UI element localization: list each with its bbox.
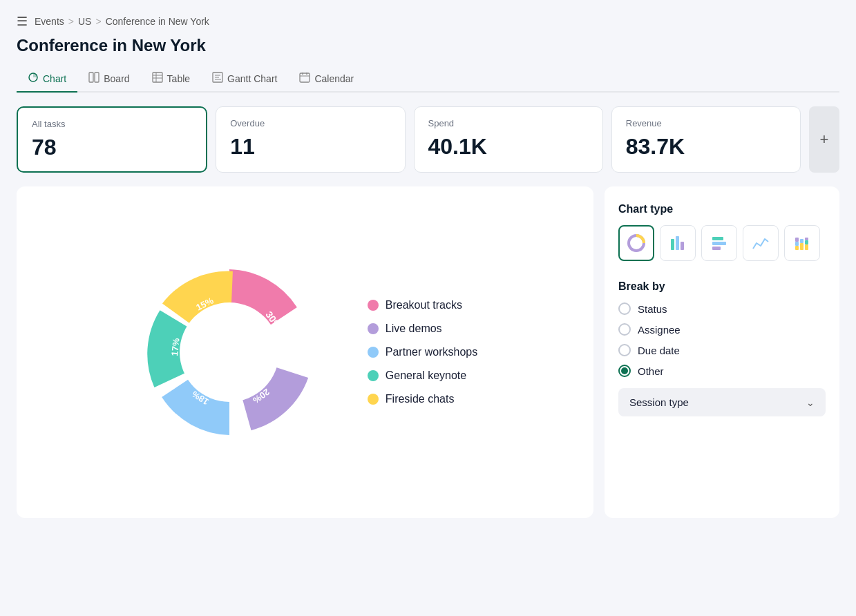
chart-type-bar[interactable]	[660, 225, 696, 261]
radio-assignee[interactable]: Assignee	[618, 323, 826, 336]
breadcrumb: ☰ Events > US > Conference in New York	[17, 14, 839, 29]
radio-circle-status	[618, 302, 631, 315]
right-panel: Chart type	[605, 186, 839, 518]
svg-rect-1	[89, 73, 93, 82]
breadcrumb-sep-1: >	[68, 16, 74, 27]
stat-revenue[interactable]: Revenue 83.7K	[611, 106, 801, 173]
chart-type-stacked[interactable]	[784, 225, 820, 261]
tab-calendar-label: Calendar	[314, 73, 354, 84]
svg-rect-3	[153, 73, 162, 82]
legend-label-partner: Partner workshops	[386, 346, 477, 358]
chart-type-title: Chart type	[618, 203, 826, 215]
stat-revenue-value: 83.7K	[626, 134, 786, 160]
svg-rect-33	[800, 239, 803, 243]
page-title: Conference in New York	[17, 36, 839, 55]
tab-table-label: Table	[167, 73, 190, 84]
svg-rect-34	[805, 244, 808, 250]
legend-label-keynote: General keynote	[386, 369, 466, 382]
stat-all-tasks[interactable]: All tasks 78	[17, 106, 207, 173]
stat-overdue-label: Overdue	[230, 118, 390, 128]
stat-all-tasks-label: All tasks	[32, 119, 192, 129]
menu-icon[interactable]: ☰	[17, 14, 28, 29]
tab-calendar[interactable]: Calendar	[288, 66, 365, 93]
chart-tab-icon	[28, 72, 39, 86]
break-by-options: Status Assignee Due date Other	[618, 302, 826, 377]
tab-board-label: Board	[104, 73, 129, 84]
calendar-tab-icon	[299, 72, 310, 86]
chart-type-hbar[interactable]	[701, 225, 737, 261]
stats-row: All tasks 78 Overdue 11 Spend 40.1K Reve…	[17, 106, 839, 173]
table-tab-icon	[152, 72, 163, 86]
stat-overdue-value: 11	[230, 134, 390, 160]
radio-label-assignee: Assignee	[638, 324, 681, 336]
breadcrumb-current: Conference in New York	[106, 16, 209, 27]
stat-all-tasks-value: 78	[32, 135, 192, 160]
legend-dot-breakout	[368, 300, 379, 311]
chart-card: 30% 20% 18% 17% 15% Breakout tracks Live	[17, 186, 593, 518]
svg-rect-29	[795, 246, 799, 250]
legend-label-breakout: Breakout tracks	[386, 299, 462, 311]
svg-text:17%: 17%	[169, 338, 181, 357]
radio-due-date[interactable]: Due date	[618, 344, 826, 356]
board-tab-icon	[88, 72, 99, 86]
stat-revenue-label: Revenue	[626, 118, 786, 128]
chart-type-row	[618, 225, 826, 261]
tab-gantt-label: Gantt Chart	[227, 73, 277, 84]
radio-circle-due-date	[618, 344, 631, 356]
add-stat-button[interactable]: +	[809, 106, 839, 173]
stat-spend[interactable]: Spend 40.1K	[414, 106, 603, 173]
svg-rect-11	[300, 73, 310, 82]
tab-board[interactable]: Board	[77, 66, 140, 93]
radio-status[interactable]: Status	[618, 302, 826, 315]
legend-dot-fireside	[368, 394, 379, 405]
legend-breakout: Breakout tracks	[368, 299, 477, 311]
gantt-tab-icon	[212, 72, 223, 86]
svg-rect-36	[805, 238, 808, 240]
legend-dot-live-demos	[368, 323, 379, 334]
main-area: 30% 20% 18% 17% 15% Breakout tracks Live	[17, 186, 839, 518]
svg-rect-31	[795, 238, 799, 242]
breadcrumb-events[interactable]: Events	[35, 16, 64, 27]
tab-chart-label: Chart	[43, 73, 66, 84]
tab-table[interactable]: Table	[141, 66, 201, 93]
svg-rect-28	[712, 247, 721, 250]
chevron-down-icon: ⌄	[806, 397, 815, 408]
radio-label-due-date: Due date	[638, 345, 680, 356]
radio-circle-assignee	[618, 323, 631, 336]
legend-dot-keynote	[368, 370, 379, 381]
radio-label-status: Status	[638, 303, 667, 315]
tabs-bar: Chart Board Table Gantt Chart Calendar	[17, 66, 839, 93]
chart-type-donut[interactable]	[618, 225, 654, 261]
break-by-title: Break by	[618, 280, 826, 293]
donut-wrapper: 30% 20% 18% 17% 15% Breakout tracks Live	[133, 256, 477, 449]
legend-fireside: Fireside chats	[368, 393, 477, 405]
legend-label-fireside: Fireside chats	[386, 393, 455, 405]
legend-label-live-demos: Live demos	[386, 323, 442, 335]
svg-point-22	[632, 239, 640, 247]
svg-rect-24	[676, 236, 679, 250]
stat-overdue[interactable]: Overdue 11	[216, 106, 405, 173]
radio-other[interactable]: Other	[618, 365, 826, 377]
breadcrumb-us[interactable]: US	[78, 16, 91, 27]
session-type-dropdown[interactable]: Session type ⌄	[618, 388, 826, 416]
chart-legend: Breakout tracks Live demos Partner works…	[368, 299, 477, 405]
legend-partner: Partner workshops	[368, 346, 477, 358]
stat-spend-value: 40.1K	[428, 134, 589, 160]
svg-rect-35	[805, 240, 808, 244]
svg-rect-30	[795, 242, 799, 246]
svg-rect-27	[712, 242, 726, 245]
legend-live-demos: Live demos	[368, 323, 477, 335]
chart-type-line[interactable]	[743, 225, 779, 261]
svg-rect-26	[712, 237, 723, 240]
legend-dot-partner	[368, 347, 379, 358]
svg-rect-32	[800, 243, 803, 250]
tab-gantt[interactable]: Gantt Chart	[201, 66, 288, 93]
session-type-label: Session type	[629, 396, 689, 408]
svg-rect-23	[671, 239, 674, 250]
donut-chart: 30% 20% 18% 17% 15%	[133, 256, 326, 449]
tab-chart[interactable]: Chart	[17, 66, 77, 93]
svg-rect-25	[681, 242, 684, 250]
radio-inner-other	[621, 367, 628, 374]
radio-circle-other	[618, 365, 631, 377]
stat-spend-label: Spend	[428, 118, 589, 128]
